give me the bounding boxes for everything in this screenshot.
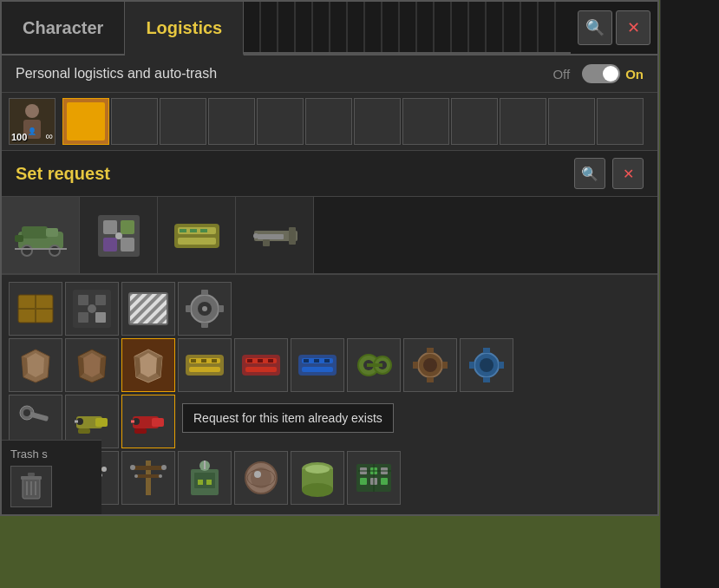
electric-drill-icon [69,399,114,444]
avatar-infinity: ∞ [45,130,53,142]
svg-rect-47 [219,305,224,312]
category-tab-0[interactable] [2,197,80,275]
big-power-pole-icon [126,455,171,500]
svg-rect-34 [78,312,88,323]
svg-rect-44 [201,290,208,295]
trash-bin-icon [17,471,45,502]
item-slot-belt-red[interactable] [234,338,288,392]
items-row-4 [9,451,650,505]
inventory-slot-8[interactable] [451,98,498,145]
svg-rect-60 [298,355,337,376]
svg-point-106 [101,467,107,472]
set-request-search-button[interactable]: 🔍 [574,158,605,189]
inventory-slot-11[interactable] [597,98,644,145]
inventory-slot-6[interactable] [354,98,401,145]
svg-rect-54 [242,355,280,376]
svg-rect-45 [201,323,208,328]
item-slot-striped-box[interactable] [121,282,175,336]
selected-item-icon [67,102,105,140]
item-slot-gear-mechanism[interactable] [403,338,457,392]
svg-rect-134 [360,478,367,485]
blue-gear-icon [464,343,509,388]
item-slot-gear-chain[interactable] [347,338,401,392]
item-slot-belt-yellow[interactable] [178,338,232,392]
set-request-close-button[interactable]: ✕ [612,158,644,189]
striped-box-icon [126,286,171,331]
avatar-count: 100 [11,132,27,142]
toggle-on-label: On [625,67,644,82]
svg-rect-82 [499,362,504,369]
cat-icon-3 [245,206,304,265]
tab-character[interactable]: Character [2,2,125,54]
items-row-1 [9,282,650,336]
search-button[interactable]: 🔍 [578,10,612,45]
inventory-slot-2[interactable] [160,98,206,145]
svg-rect-19 [180,229,186,232]
svg-rect-93 [134,428,147,434]
inventory-slot-1[interactable] [111,98,158,145]
avatar-slot[interactable]: 👤 100 ∞ [9,98,56,145]
item-slot-wooden-crate[interactable] [9,282,62,336]
gear-icon [182,286,227,331]
boiler-icon [239,455,284,500]
category-tab-2[interactable] [158,197,236,275]
inventory-slot-7[interactable] [402,98,449,145]
tab-spacer [244,2,571,54]
inventory-slot-5[interactable] [305,98,352,145]
inventory-slot-9[interactable] [500,98,546,145]
item-slot-big-power-pole[interactable] [121,451,175,505]
svg-rect-33 [95,295,106,305]
inventory-slot-3[interactable] [208,98,255,145]
svg-rect-58 [258,359,263,363]
circuit-icon [351,455,396,500]
item-slot-gear[interactable] [178,282,232,336]
category-tab-3[interactable] [236,197,314,275]
svg-rect-73 [427,348,434,353]
svg-rect-11 [103,220,117,234]
item-slot-substation[interactable] [178,451,232,505]
item-slot-assembler[interactable] [65,282,119,336]
trash-icon[interactable] [10,466,52,507]
close-button[interactable]: ✕ [616,10,650,45]
svg-rect-81 [469,362,474,369]
item-slot-armor-1[interactable] [9,338,62,392]
armor-2-icon [69,343,114,388]
item-slot-armor-3[interactable] [121,338,175,392]
wooden-crate-icon [13,286,58,331]
tab-logistics[interactable]: Logistics [125,2,244,56]
set-request-title: Set request [16,164,567,184]
inventory-slot-0[interactable] [62,98,109,145]
item-slot-blue-gear[interactable] [460,338,513,392]
item-slot-boiler[interactable] [234,451,288,505]
svg-rect-120 [198,480,203,485]
svg-rect-35 [95,312,106,323]
tank-icon [295,455,340,500]
logistics-toggle[interactable] [582,64,620,83]
item-slot-red-tool[interactable] [121,395,175,448]
item-slot-belt-blue[interactable] [291,338,344,392]
inventory-slot-10[interactable] [548,98,595,145]
inventory-slot-4[interactable] [257,98,304,145]
inventory-slots [59,98,644,145]
inventory-row: 👤 100 ∞ [2,93,657,151]
tooltip: Request for this item already exists [182,403,394,433]
cat-icon-0 [11,206,70,265]
belt-blue-icon [295,343,340,388]
red-tool-icon [126,399,171,444]
svg-rect-136 [381,478,388,485]
svg-rect-62 [302,367,333,372]
item-slot-armor-2[interactable] [65,338,119,392]
svg-rect-59 [268,359,273,363]
right-sidebar [660,0,719,588]
svg-rect-88 [78,428,90,434]
logistics-bar: Personal logistics and auto-trash Off On [2,56,657,93]
items-row-2 [9,338,650,392]
svg-point-78 [480,358,493,372]
svg-rect-80 [483,377,490,382]
category-tab-1[interactable] [80,197,158,275]
item-slot-circuit[interactable] [347,451,401,505]
gear-chain-icon [351,343,396,388]
tab-bar: Character Logistics 🔍 ✕ [2,2,657,56]
svg-rect-63 [304,359,309,363]
item-slot-tank[interactable] [291,451,344,505]
